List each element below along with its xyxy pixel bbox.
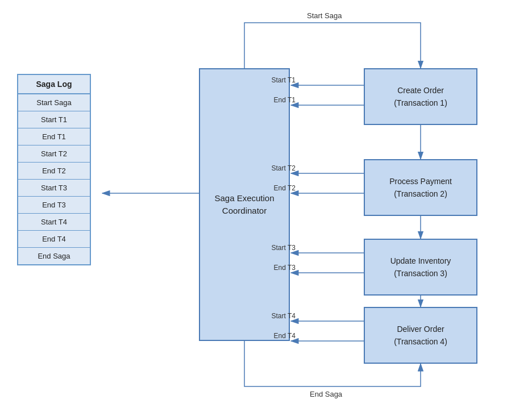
transaction-2-label: Process Payment(Transaction 2) <box>389 175 452 201</box>
saga-log-item-end-t3: End T3 <box>18 197 90 214</box>
start-saga-arrow <box>244 23 421 68</box>
transaction-3-label: Update Inventory(Transaction 3) <box>390 255 451 280</box>
saga-execution-coordinator: Saga ExecutionCoordinator <box>199 68 290 341</box>
saga-log-header: Saga Log <box>18 75 90 94</box>
transaction-2-box: Process Payment(Transaction 2) <box>364 159 477 216</box>
saga-log-item-start-t2: Start T2 <box>18 145 90 163</box>
end-saga-label: End Saga <box>310 390 343 398</box>
transaction-1-box: Create Order(Transaction 1) <box>364 68 477 125</box>
transaction-3-box: Update Inventory(Transaction 3) <box>364 239 477 296</box>
start-saga-label: Start Saga <box>307 11 342 20</box>
transaction-4-label: Deliver Order(Transaction 4) <box>394 323 447 348</box>
transaction-1-label: Create Order(Transaction 1) <box>394 84 447 110</box>
saga-log-item-start-saga: Start Saga <box>18 94 90 111</box>
saga-log-item-end-t4: End T4 <box>18 231 90 248</box>
saga-log-item-start-t1: Start T1 <box>18 111 90 128</box>
saga-log-item-end-t1: End T1 <box>18 128 90 145</box>
saga-log-item-start-t4: Start T4 <box>18 214 90 231</box>
saga-log-item-end-t2: End T2 <box>18 163 90 180</box>
saga-log-item-start-t3: Start T3 <box>18 180 90 197</box>
diagram-container: Saga Log Start Saga Start T1 End T1 Star… <box>0 0 532 416</box>
saga-log-item-end-saga: End Saga <box>18 248 90 264</box>
sec-label: Saga ExecutionCoordinator <box>214 192 274 218</box>
saga-log: Saga Log Start Saga Start T1 End T1 Star… <box>17 74 91 265</box>
transaction-4-box: Deliver Order(Transaction 4) <box>364 307 477 364</box>
